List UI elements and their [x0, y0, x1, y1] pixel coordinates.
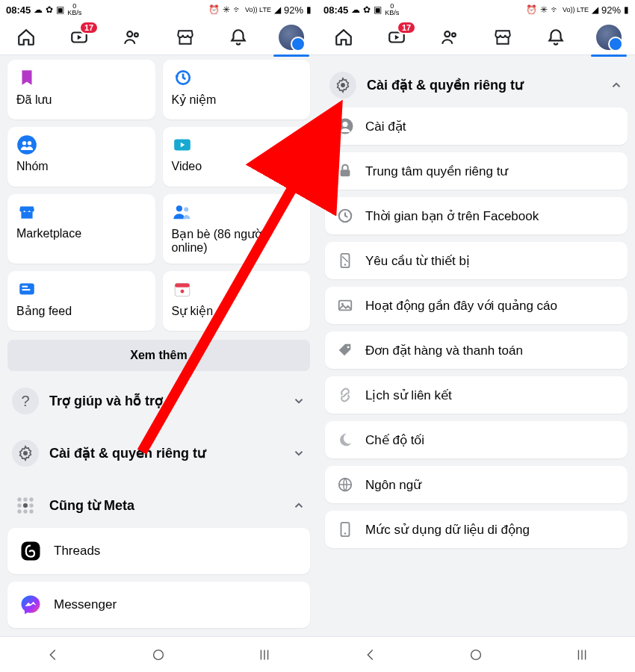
svg-point-16: [180, 290, 184, 293]
tile-feeds[interactable]: Bảng feed: [7, 271, 155, 331]
svg-point-23: [29, 503, 33, 507]
top-tab-bar: 17: [0, 19, 318, 55]
moon-icon: [335, 430, 355, 449]
svg-point-18: [17, 497, 21, 501]
tab-watch[interactable]: 17: [64, 22, 94, 52]
clock-rewind-icon: [172, 67, 193, 88]
svg-point-34: [343, 122, 348, 127]
tile-label: Nhóm: [16, 160, 146, 173]
svg-point-17: [23, 451, 28, 455]
tab-marketplace[interactable]: [488, 22, 518, 52]
tab-menu[interactable]: [594, 22, 624, 52]
tab-home[interactable]: [329, 22, 359, 52]
lock-icon: [335, 161, 355, 181]
svg-rect-12: [22, 286, 28, 287]
home-icon: [334, 28, 353, 47]
store-icon: [493, 28, 512, 47]
meta-apps-icon: [12, 492, 39, 519]
nav-home[interactable]: [450, 647, 502, 663]
android-nav-bar: [318, 636, 635, 672]
meta-item-threads[interactable]: Threads: [7, 528, 310, 574]
tab-friends[interactable]: [117, 22, 147, 52]
tab-friends[interactable]: [435, 22, 465, 52]
tab-notifications[interactable]: [541, 22, 571, 52]
store-icon: [176, 28, 195, 47]
settings-item-language[interactable]: Ngôn ngữ: [325, 466, 628, 503]
section-label: Cài đặt & quyền riêng tư: [367, 77, 599, 93]
signal-icon: ◢: [592, 5, 598, 14]
tab-menu[interactable]: [276, 22, 306, 52]
section-help[interactable]: ? Trợ giúp và hỗ trợ: [7, 379, 310, 423]
tile-label: Kỷ niệm: [172, 93, 302, 107]
tile-friends[interactable]: Bạn bè (86 người online): [163, 194, 311, 264]
nav-back[interactable]: [27, 647, 79, 663]
settings-item-settings[interactable]: Cài đặt: [325, 108, 628, 145]
bell-icon: [546, 28, 566, 47]
section-meta[interactable]: Cũng từ Meta: [7, 483, 310, 528]
tile-memories[interactable]: Kỷ niệm: [163, 60, 311, 119]
svg-point-10: [184, 207, 188, 211]
help-icon: ?: [12, 388, 39, 414]
settings-item-privacy-center[interactable]: Trung tâm quyền riêng tư: [325, 152, 628, 190]
status-bar: 08:45 ☁ ✿ ▣ 0KB/s ⏰ ✳ ᯤ Vo)) LTE ◢ 92% ▮: [0, 0, 318, 19]
menu-content[interactable]: Đã lưu Kỷ niệm Nhóm Video: [0, 55, 318, 636]
svg-rect-39: [339, 301, 352, 311]
svg-point-20: [29, 497, 33, 501]
svg-point-21: [17, 503, 21, 507]
settings-item-time[interactable]: Thời gian bạn ở trên Facebook: [325, 197, 628, 234]
list-item-label: Mức sử dụng dữ liệu di động: [365, 522, 530, 538]
svg-point-22: [23, 503, 28, 508]
feeds-icon: [16, 279, 37, 299]
tab-marketplace[interactable]: [170, 22, 200, 52]
settings-item-device-requests[interactable]: Yêu cầu từ thiết bị: [325, 242, 628, 279]
status-icon: ▣: [56, 5, 64, 14]
settings-item-ad-activity[interactable]: Hoạt động gần đây với quảng cáo: [325, 287, 628, 324]
settings-item-link-history[interactable]: Lịch sử liên kết: [325, 376, 628, 414]
clock-icon: [335, 206, 355, 225]
settings-item-orders[interactable]: Đơn đặt hàng và thanh toán: [325, 332, 628, 369]
meta-item-messenger[interactable]: Messenger: [7, 582, 310, 628]
tab-home[interactable]: [11, 22, 41, 52]
svg-point-5: [22, 141, 26, 145]
tile-marketplace[interactable]: Marketplace: [7, 194, 155, 264]
settings-content[interactable]: Cài đặt & quyền riêng tư Cài đặt Trung t…: [318, 55, 635, 636]
nav-back[interactable]: [344, 647, 397, 663]
wifi-icon: ᯤ: [233, 5, 242, 14]
section-settings-privacy[interactable]: Cài đặt & quyền riêng tư: [7, 431, 310, 476]
list-item-label: Trung tâm quyền riêng tư: [365, 164, 508, 179]
tile-label: Bạn bè (86 người online): [172, 227, 302, 255]
list-item-label: Cài đặt: [365, 119, 406, 134]
alarm-icon: ⏰: [208, 5, 220, 14]
svg-point-32: [341, 83, 345, 87]
nav-recent[interactable]: [238, 647, 291, 663]
bluetooth-icon: ✳: [540, 5, 548, 14]
svg-point-4: [17, 135, 37, 155]
home-icon: [16, 28, 36, 47]
see-more-button[interactable]: Xem thêm: [7, 340, 310, 371]
tab-notifications[interactable]: [223, 22, 253, 52]
battery-label: 92%: [284, 4, 303, 16]
tile-video[interactable]: Video: [163, 127, 311, 187]
svg-point-41: [347, 346, 350, 348]
tab-watch[interactable]: 17: [382, 22, 412, 52]
svg-point-19: [23, 497, 27, 501]
watch-badge: 17: [79, 21, 99, 34]
settings-item-dark-mode[interactable]: Chế độ tối: [325, 421, 628, 458]
section-settings-privacy-header[interactable]: Cài đặt & quyền riêng tư: [325, 60, 628, 108]
groups-icon: [16, 134, 37, 155]
tile-saved[interactable]: Đã lưu: [7, 60, 155, 119]
nav-recent[interactable]: [556, 647, 608, 663]
chevron-up-icon: [292, 499, 306, 512]
tile-events[interactable]: Sự kiện: [163, 271, 311, 331]
wifi-icon: ᯤ: [551, 5, 560, 14]
friends-icon: [123, 28, 142, 47]
svg-point-28: [154, 650, 164, 659]
settings-item-mobile-data[interactable]: Mức sử dụng dữ liệu di động: [325, 511, 628, 548]
section-label: Trợ giúp và hỗ trợ: [49, 393, 282, 409]
nav-home[interactable]: [132, 647, 185, 663]
tile-groups[interactable]: Nhóm: [7, 127, 155, 187]
messenger-status-icon: ☁: [351, 5, 360, 14]
tile-label: Bảng feed: [16, 304, 146, 318]
svg-point-24: [17, 509, 21, 513]
svg-point-45: [471, 650, 481, 659]
